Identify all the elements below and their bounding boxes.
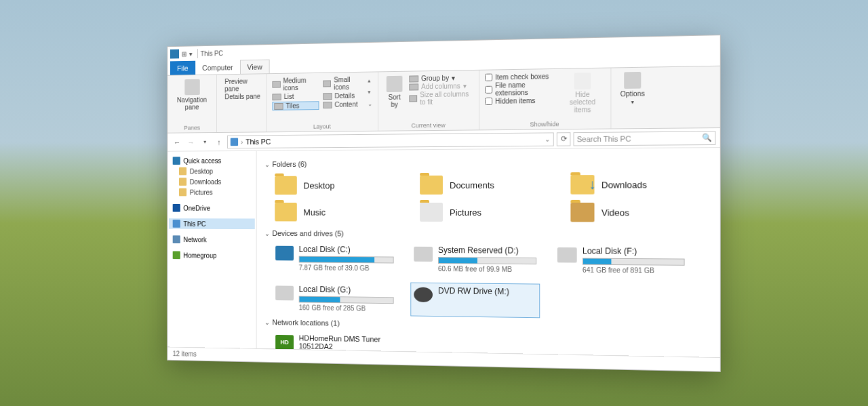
cloud-icon: [173, 203, 180, 211]
tab-computer[interactable]: Computer: [195, 60, 240, 75]
address-bar[interactable]: › This PC ⌄: [227, 131, 554, 148]
network-icon: [173, 235, 180, 243]
folder-music[interactable]: Music: [272, 199, 390, 226]
layout-content[interactable]: Content: [323, 100, 363, 108]
sidebar-downloads[interactable]: Downloads: [169, 176, 255, 186]
options-button[interactable]: Options ▾: [617, 70, 648, 106]
layout-medium-icons[interactable]: Medium icons: [272, 76, 319, 92]
nav-back-button[interactable]: ←: [172, 136, 183, 148]
tab-view[interactable]: View: [240, 59, 269, 73]
folder-documents[interactable]: Documents: [417, 171, 540, 199]
folder-videos[interactable]: Videos: [568, 198, 695, 226]
search-icon: 🔍: [702, 133, 712, 142]
folder-icon: [275, 203, 297, 222]
status-text: 12 items: [173, 350, 197, 357]
group-by-button[interactable]: Group by ▾: [409, 74, 473, 83]
preview-pane-btn[interactable]: Preview pane: [222, 77, 262, 92]
options-icon: [624, 71, 641, 88]
sidebar-quick-access[interactable]: Quick access: [169, 155, 255, 165]
sidebar: Quick access Desktop Downloads Pictures …: [167, 150, 256, 348]
hide-selected-icon: [574, 73, 591, 89]
hide-selected-button[interactable]: Hide selected items: [560, 70, 605, 115]
dvd-icon: [414, 287, 433, 302]
qt-prop[interactable]: ⊞: [182, 49, 186, 57]
app-icon: [170, 49, 179, 58]
layout-list[interactable]: List: [272, 92, 319, 100]
drive-m-dvd[interactable]: DVD RW Drive (M:): [410, 282, 540, 318]
drive-d[interactable]: System Reserved (D:)60.6 MB free of 99.9…: [410, 241, 540, 277]
folder-icon: [420, 202, 443, 221]
sidebar-onedrive[interactable]: OneDrive: [169, 203, 255, 214]
hidden-items[interactable]: Hidden items: [485, 96, 555, 104]
drive-g[interactable]: Local Disk (G:)160 GB free of 285 GB: [272, 281, 397, 316]
hdhomerun-icon: HD: [275, 334, 294, 349]
disk-icon: [275, 285, 294, 300]
sidebar-homegroup[interactable]: Homegroup: [169, 249, 255, 260]
tab-file[interactable]: File: [170, 60, 195, 75]
drive-c[interactable]: Local Disk (C:)7.87 GB free of 39.0 GB: [272, 241, 397, 275]
ribbon: Navigation pane Panes Preview pane Detai…: [167, 66, 720, 133]
sidebar-desktop[interactable]: Desktop: [169, 165, 255, 176]
qt-chevron[interactable]: ▾: [189, 49, 193, 57]
layout-scroll[interactable]: ▴▾⌄: [368, 75, 372, 110]
folder-downloads[interactable]: Downloads: [568, 170, 695, 198]
pc-icon: [173, 220, 180, 228]
layout-small-icons[interactable]: Small icons: [323, 75, 363, 91]
sort-icon: [387, 75, 403, 92]
layout-details[interactable]: Details: [323, 92, 363, 100]
search-input[interactable]: Search This PC 🔍: [574, 130, 716, 145]
breadcrumb[interactable]: This PC: [245, 137, 271, 145]
nav-up-button[interactable]: ↑: [213, 136, 224, 148]
homegroup-icon: [173, 251, 180, 259]
sort-by-button[interactable]: Sort by: [384, 74, 406, 109]
disk-icon: [557, 247, 577, 263]
sidebar-pictures[interactable]: Pictures: [169, 186, 255, 197]
refresh-button[interactable]: ⟳: [557, 131, 571, 146]
window-title: This PC: [201, 49, 223, 56]
folder-pictures[interactable]: Pictures: [417, 198, 540, 226]
file-explorer-window: ⊞ ▾ This PC File Computer View Navigatio…: [167, 35, 721, 372]
folder-icon: [275, 176, 297, 195]
section-drives-header[interactable]: Devices and drives (5): [264, 229, 711, 239]
navigation-pane-button[interactable]: Navigation pane: [173, 77, 212, 112]
folder-icon: [570, 202, 594, 222]
item-check-boxes[interactable]: Item check boxes: [485, 73, 555, 81]
nav-recent-button[interactable]: ▾: [199, 136, 211, 148]
section-folders-header[interactable]: Folders (6): [264, 157, 711, 167]
nav-forward-button[interactable]: →: [185, 136, 197, 148]
sidebar-network[interactable]: Network: [169, 234, 255, 245]
drive-f[interactable]: Local Disk (F:)641 GB free of 891 GB: [554, 242, 688, 278]
disk-icon: [414, 246, 433, 261]
nav-pane-icon: [184, 79, 199, 95]
pc-icon: [231, 138, 238, 146]
windows-drive-icon: [275, 245, 294, 260]
folder-icon: [570, 175, 594, 195]
main-content: Folders (6) Desktop Documents Downloads …: [257, 148, 720, 357]
size-columns-button[interactable]: Size all columns to fit: [409, 90, 473, 106]
star-icon: [173, 157, 180, 165]
folder-desktop[interactable]: Desktop: [272, 171, 390, 199]
details-pane-btn[interactable]: Details pane: [222, 92, 262, 100]
sidebar-this-pc[interactable]: This PC: [169, 218, 255, 229]
add-columns-button[interactable]: Add columns ▾: [409, 82, 473, 90]
folder-icon: [420, 175, 443, 194]
layout-tiles[interactable]: Tiles: [272, 101, 319, 110]
address-dropdown[interactable]: ⌄: [545, 136, 550, 142]
file-name-extensions[interactable]: File name extensions: [485, 81, 555, 97]
